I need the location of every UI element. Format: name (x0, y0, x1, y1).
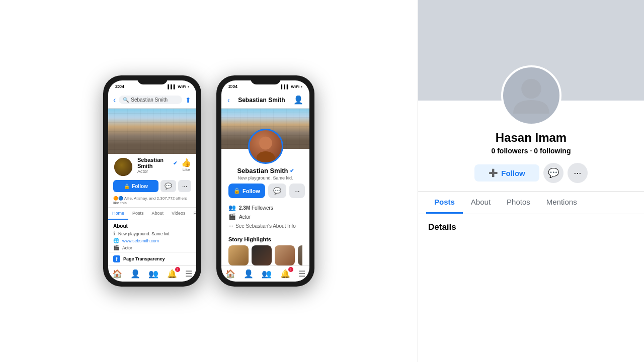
like-button-1[interactable]: 👍 Like (181, 158, 191, 172)
about-item-website[interactable]: 🌐 www.sebsmith.com (113, 238, 191, 243)
following-zero-label: 0 following (534, 147, 571, 155)
nav-menu-icon-1[interactable]: ☰ (185, 269, 192, 279)
nav-profile-icon-1[interactable]: 👤 (130, 269, 140, 279)
desktop-cover (418, 0, 644, 101)
highlight-item-2[interactable] (252, 245, 272, 265)
profile-name-display-2: Sebastian Smith ✔ (226, 167, 304, 174)
nav-friends-icon-2[interactable]: 👥 (262, 269, 272, 279)
nav-home-icon-1[interactable]: 🏠 (112, 269, 122, 279)
avatar-face-svg-2 (250, 129, 282, 164)
nav-notifications-icon-2[interactable]: 🔔 2 (280, 269, 290, 279)
avatar-placeholder-svg (509, 73, 554, 118)
avatar-1 (113, 157, 133, 177)
tab-about-1[interactable]: About (148, 208, 168, 220)
about-item-role: 🎬 Actor (113, 245, 191, 250)
wifi-icon-2: WiFi (291, 84, 299, 89)
dots-icon: ··· (228, 222, 233, 229)
about-section-1: About ℹ New playground. Same kid. 🌐 www.… (108, 220, 196, 252)
nav-title-2: Sebastian Smith (238, 97, 285, 104)
name-text-1: Sebastian Smith (137, 157, 172, 169)
follow-label-2: Follow (243, 188, 260, 194)
nav-friends-icon-1[interactable]: 👥 (148, 269, 158, 279)
follow-button-1[interactable]: 🔒 Follow (113, 180, 158, 192)
name-text-2: Sebastian Smith (237, 167, 288, 174)
desktop-profile-section: Hasan Imam 0 followers · 0 following ➕ F… (418, 0, 644, 362)
desktop-details-title: Details (428, 222, 634, 232)
person-icon-2[interactable]: 👤 (293, 95, 303, 105)
notification-badge-1: 2 (175, 267, 180, 272)
phone-notch-1 (137, 75, 168, 84)
desktop-follow-label: Follow (501, 169, 525, 177)
desktop-tabs: Posts About Photos Mentions (418, 192, 644, 214)
thumbs-up-icon: 👍 (181, 158, 191, 167)
back-button-2[interactable]: ‹ (227, 96, 230, 104)
action-row-2: 🔒 Follow 💬 ··· (221, 184, 309, 202)
plus-icon: ➕ (489, 168, 498, 177)
website-link[interactable]: www.sebsmith.com (122, 238, 159, 243)
nav-home-icon-2[interactable]: 🏠 (225, 269, 235, 279)
desktop-message-button[interactable]: 💬 (543, 163, 564, 183)
cover-photo-1 (108, 109, 196, 154)
role-text-2: Actor (239, 214, 251, 220)
about-title-1: About (113, 223, 191, 229)
verified-badge-1: ✔ (173, 160, 177, 166)
signal-icon: ▌▌▌ (168, 84, 176, 89)
desktop-tab-posts[interactable]: Posts (426, 192, 463, 214)
globe-icon: 🌐 (113, 238, 119, 243)
tab-home-1[interactable]: Home (108, 208, 128, 220)
nav-menu-icon-2[interactable]: ☰ (298, 269, 305, 279)
avatar-2 (248, 129, 283, 164)
desktop-tab-mentions[interactable]: Mentions (538, 192, 585, 214)
avatar-face-1 (114, 158, 132, 176)
nav-notifications-icon-1[interactable]: 🔔 2 (167, 269, 177, 279)
highlight-item-1[interactable] (228, 245, 249, 265)
desktop-details: Details (418, 214, 644, 246)
page-transparency-1: f Page Transparency (108, 252, 196, 265)
tab-videos-1[interactable]: Videos (168, 208, 189, 220)
followers-text-1: Allie, Atishay, and 2,307,772 others lik… (113, 196, 187, 205)
status-time-2: 2:04 (228, 84, 237, 89)
followers-stat: 👥 2.3M Followers (228, 204, 302, 211)
see-about-row[interactable]: ··· See Sebastian's About Info (228, 222, 302, 229)
message-button-1[interactable]: 💬 (160, 180, 176, 192)
followers-label: Followers (252, 205, 273, 211)
desktop-follow-button[interactable]: ➕ Follow (474, 164, 539, 182)
highlights-section: Story Highlights (221, 233, 309, 265)
search-box-1[interactable]: 🔍 Sebastian Smith (119, 96, 182, 104)
nav-bar-2: ‹ Sebastian Smith 👤 (221, 92, 309, 109)
highlights-row (228, 245, 302, 265)
avatar-container-2 (248, 129, 283, 164)
tab-photos-1[interactable]: Photos (189, 208, 196, 220)
tab-posts-1[interactable]: Posts (128, 208, 148, 220)
message-button-2[interactable]: 💬 (268, 184, 286, 198)
back-button-1[interactable]: ‹ (113, 96, 116, 105)
verified-badge-2: ✔ (290, 168, 294, 173)
highlight-item-3[interactable] (275, 245, 295, 265)
bottom-nav-1: 🏠 👤 👥 🔔 2 ☰ (108, 265, 196, 282)
facebook-icon-1: f (113, 255, 120, 262)
share-button-1[interactable]: ⬆ (185, 96, 191, 104)
svg-point-1 (256, 151, 275, 164)
more-button-1[interactable]: ··· (178, 180, 191, 192)
highlight-item-4[interactable] (298, 245, 302, 265)
stats-section-2: 👥 2.3M Followers 🎬 Actor ··· See Sebasti… (221, 202, 309, 233)
desktop-more-button[interactable]: ··· (568, 163, 588, 183)
followers-icon: 👥 (228, 204, 236, 211)
nav-profile-icon-2[interactable]: 👤 (244, 269, 254, 279)
wifi-icon: WiFi (178, 84, 186, 89)
profile-info-1: Sebastian Smith ✔ Actor (137, 157, 177, 174)
follow-button-2[interactable]: 🔒 Follow (228, 184, 265, 198)
info-icon: ℹ (113, 231, 115, 236)
see-about-text: See Sebastian's About Info (235, 223, 296, 229)
status-icons-1: ▌▌▌ WiFi ▪ (168, 84, 189, 89)
about-item-bio: ℹ New playground. Same kid. (113, 231, 191, 236)
about-bio-text: New playground. Same kid. (118, 231, 171, 236)
cover-wrapper-2 (221, 109, 309, 149)
bottom-nav-2: 🏠 👤 👥 🔔 2 ☰ (221, 265, 309, 282)
followers-note-1: 🟠🔵 Allie, Atishay, and 2,307,772 others … (108, 195, 196, 207)
profile-role-1: Actor (137, 169, 177, 174)
action-row-1: 🔒 Follow 💬 ··· (108, 180, 196, 195)
desktop-tab-photos[interactable]: Photos (499, 192, 538, 214)
desktop-tab-about[interactable]: About (463, 192, 499, 214)
more-button-2[interactable]: ··· (289, 184, 305, 198)
